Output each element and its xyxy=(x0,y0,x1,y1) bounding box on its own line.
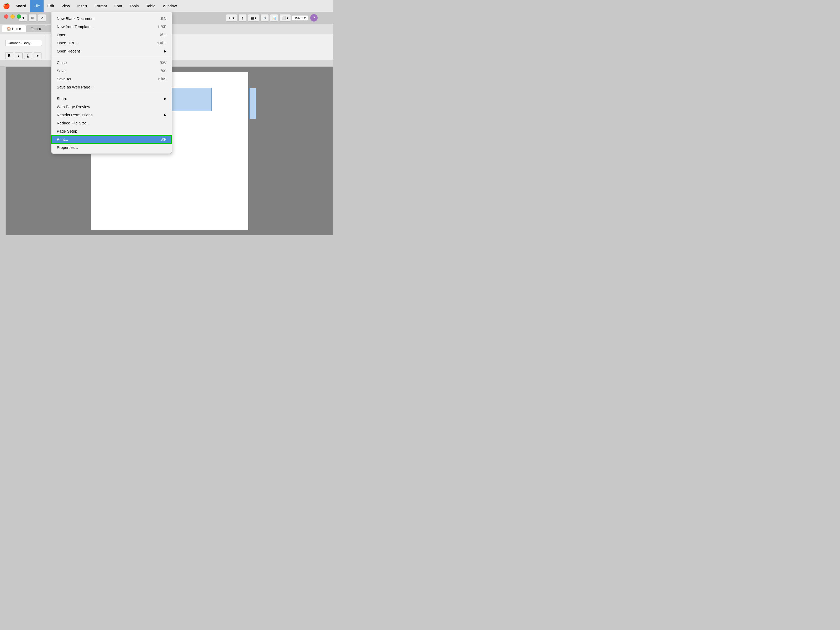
menu-page-setup[interactable]: Page Setup xyxy=(51,127,172,135)
underline-button[interactable]: U xyxy=(24,52,32,59)
tab-home[interactable]: 🏠 Home xyxy=(2,25,26,32)
tab-tables[interactable]: Tables xyxy=(26,25,46,32)
menu-open-url[interactable]: Open URL... ⇧⌘O xyxy=(51,39,172,47)
bold-button[interactable]: B xyxy=(5,52,13,59)
menu-new-template[interactable]: New from Template... ⇧⌘P xyxy=(51,22,172,31)
italic-button[interactable]: I xyxy=(15,52,22,59)
menu-save[interactable]: Save ⌘S xyxy=(51,67,172,75)
view-btn1[interactable]: ▦ ▾ xyxy=(248,14,259,22)
menu-close[interactable]: Close ⌘W xyxy=(51,58,172,67)
paragraph-btn[interactable]: ¶ xyxy=(238,14,247,22)
menu-restrict-permissions[interactable]: Restrict Permissions ▶ xyxy=(51,111,172,119)
toolbar-btn-3[interactable]: ↗ xyxy=(38,14,46,22)
menubar-file[interactable]: File xyxy=(30,0,44,12)
view-btn3[interactable]: 📊 xyxy=(270,14,278,22)
view-btn4[interactable]: ⬜ ▾ xyxy=(279,14,291,22)
menubar-edit[interactable]: Edit xyxy=(44,0,58,12)
fullscreen-button[interactable] xyxy=(17,14,21,19)
menubar-tools[interactable]: Tools xyxy=(126,0,142,12)
menu-print[interactable]: Print... ⌘P xyxy=(51,135,172,143)
view-btn2[interactable]: 🎵 xyxy=(261,14,269,22)
menu-properties[interactable]: Properties... xyxy=(51,143,172,152)
help-button[interactable]: ? xyxy=(310,14,317,22)
font-selector[interactable]: Cambria (Body) xyxy=(5,40,42,46)
menubar-table[interactable]: Table xyxy=(142,0,159,12)
file-menu-dropdown: New Blank Document ⌘N New from Template.… xyxy=(51,12,172,154)
menu-open[interactable]: Open... ⌘O xyxy=(51,31,172,39)
minimize-button[interactable] xyxy=(11,14,15,19)
menubar-view[interactable]: View xyxy=(58,0,74,12)
menubar-format[interactable]: Format xyxy=(91,0,111,12)
ribbon-font-section: Cambria (Body) B I U ▾ xyxy=(2,35,46,59)
menu-reduce-size[interactable]: Reduce File Size... xyxy=(51,119,172,127)
redo-btn[interactable]: ↩ ▾ xyxy=(226,14,237,22)
menu-save-web[interactable]: Save as Web Page... xyxy=(51,83,172,91)
menu-web-preview[interactable]: Web Page Preview xyxy=(51,103,172,111)
toolbar-btn-2[interactable]: ⊞ xyxy=(28,14,37,22)
traffic-lights xyxy=(4,14,21,19)
ribbon-font-controls: Cambria (Body) xyxy=(5,35,42,51)
menu-new-blank[interactable]: New Blank Document ⌘N xyxy=(51,14,172,22)
menu-open-recent[interactable]: Open Recent ▶ xyxy=(51,47,172,55)
menu-save-as[interactable]: Save As... ⇧⌘S xyxy=(51,75,172,83)
menubar-insert[interactable]: Insert xyxy=(74,0,91,12)
close-button[interactable] xyxy=(4,14,8,19)
menubar-word[interactable]: Word xyxy=(13,0,30,12)
page-sidebar-element xyxy=(249,88,256,119)
zoom-level[interactable]: 156% ▾ xyxy=(292,15,308,21)
font-color-btn[interactable]: ▾ xyxy=(33,52,41,59)
menubar-window[interactable]: Window xyxy=(159,0,180,12)
vertical-ruler xyxy=(0,67,6,235)
separator-2 xyxy=(51,93,172,93)
separator-1 xyxy=(51,57,172,57)
menubar-font[interactable]: Font xyxy=(111,0,126,12)
menubar: 🍎 Word File Edit View Insert Format Font… xyxy=(0,0,333,12)
apple-menu[interactable]: 🍎 xyxy=(0,3,13,9)
menu-share[interactable]: Share ▶ xyxy=(51,95,172,103)
